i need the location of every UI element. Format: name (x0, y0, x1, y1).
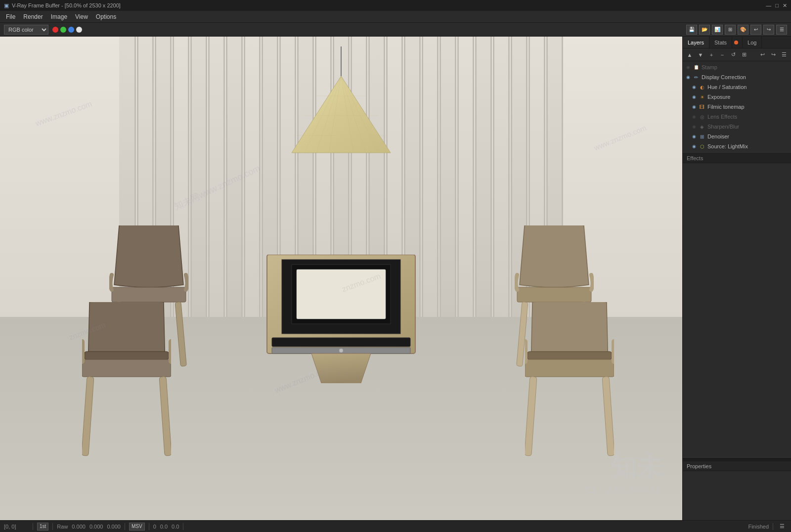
chair-front-right (525, 302, 614, 472)
tab-log[interactable]: Log (743, 37, 762, 48)
layer-dn-icon: ⊞ (699, 133, 705, 140)
save-as-icon[interactable]: 📂 (699, 25, 710, 35)
svg-rect-22 (82, 377, 94, 456)
right-panel: Layers Stats Log ▲ ▼ + − ↺ ⊞ ↩ ↪ ☰ (682, 37, 791, 520)
svg-rect-28 (525, 359, 614, 377)
layer-stamp-eye[interactable]: ◉ (685, 64, 692, 71)
msv-dropdown[interactable]: MSV (129, 523, 145, 531)
layer-hs-name: Hue / Saturation (707, 84, 747, 90)
menu-file[interactable]: File (2, 12, 19, 21)
val-g: 0.000 (89, 524, 103, 530)
layer-move-up-icon[interactable]: ▲ (685, 50, 695, 60)
effects-label: Effects (687, 155, 703, 161)
tab-layers[interactable]: Layers (683, 37, 709, 48)
panel-toolbar: ▲ ▼ + − ↺ ⊞ ↩ ↪ ☰ (683, 48, 791, 61)
viewport: www.znzmo.com 知未网www.znzmo.com znzmo.com… (0, 37, 682, 520)
red-channel-dot[interactable] (52, 27, 58, 33)
statusbar-menu-icon[interactable]: ☰ (777, 522, 787, 532)
layer-hs-eye[interactable]: ◉ (691, 84, 698, 90)
close-button[interactable]: ✕ (783, 2, 787, 9)
svg-rect-13 (297, 269, 386, 319)
status-dot (734, 41, 738, 44)
layer-move-down-icon[interactable]: ▼ (696, 50, 705, 60)
lamp (287, 46, 396, 155)
val-b: 0.000 (107, 524, 121, 530)
svg-rect-30 (602, 377, 614, 456)
layer-dn-eye[interactable]: ◉ (691, 133, 698, 140)
layer-stamp-icon: 📋 (693, 64, 700, 71)
tab-stats[interactable]: Stats (709, 37, 732, 48)
svg-rect-29 (525, 377, 537, 456)
panel-list-icon[interactable]: ☰ (779, 50, 789, 60)
brand-chinese: 知未 (584, 450, 661, 485)
layer-exposure[interactable]: ◉ ☀ Exposure (683, 92, 791, 102)
redo-icon[interactable]: ↪ (763, 25, 774, 35)
layer-lm-eye[interactable]: ◉ (691, 143, 698, 150)
extra-val-2: 0.0 (160, 524, 168, 530)
properties-header: Properties (683, 461, 791, 471)
layer-le-name: Lens Effects (707, 114, 737, 120)
statusbar: [0, 0] 1st Raw 0.000 0.000 0.000 MSV 0 0… (0, 520, 791, 532)
layer-reset-icon[interactable]: ↺ (728, 50, 738, 60)
layer-lm-icon: ⬡ (699, 143, 705, 150)
green-channel-dot[interactable] (60, 27, 66, 33)
layer-fm-icon: 🎞 (699, 103, 705, 110)
layer-denoiser[interactable]: ◉ ⊞ Denoiser (683, 132, 791, 141)
layer-sb-name: Sharpen/Blur (707, 124, 739, 130)
extra-val-3: 0.0 (172, 524, 179, 530)
layer-lens[interactable]: ◉ ◎ Lens Effects (683, 112, 791, 122)
correct-icon[interactable]: 🎨 (738, 25, 748, 35)
layer-exp-eye[interactable]: ◉ (691, 93, 698, 100)
render-output: www.znzmo.com 知未网www.znzmo.com znzmo.com… (0, 37, 682, 520)
svg-marker-0 (292, 76, 391, 153)
render-status: Finished (748, 524, 769, 530)
alpha-channel-dot[interactable] (76, 27, 82, 33)
svg-point-16 (339, 349, 343, 353)
layer-lm-name: Source: LightMix (707, 143, 748, 149)
svg-rect-19 (175, 302, 186, 366)
menu-options[interactable]: Options (92, 12, 120, 21)
channel-selector[interactable]: RGB color Alpha Luminance (4, 25, 48, 35)
svg-rect-17 (112, 287, 186, 302)
layer-delete-icon[interactable]: − (717, 50, 727, 60)
layer-fm-eye[interactable]: ◉ (691, 103, 698, 110)
blue-channel-dot[interactable] (68, 27, 74, 33)
panel-tabs: Layers Stats Log (683, 37, 791, 48)
layer-exp-icon: ☀ (699, 93, 705, 100)
layer-lightmix[interactable]: ◉ ⬡ Source: LightMix (683, 141, 791, 151)
layer-add-icon[interactable]: + (706, 50, 716, 60)
layer-display-correction[interactable]: ◉ ✏ Display Correction (683, 72, 791, 82)
layer-sb-eye[interactable]: ◉ (691, 123, 698, 130)
svg-rect-14 (272, 338, 410, 347)
panel-undo-icon[interactable]: ↩ (757, 50, 767, 60)
status-divider-3 (125, 523, 125, 530)
settings-icon[interactable]: ☰ (776, 25, 787, 35)
channels-icon[interactable]: 📊 (712, 25, 723, 35)
undo-icon[interactable]: ↩ (750, 25, 761, 35)
layer-le-eye[interactable]: ◉ (691, 113, 698, 120)
layer-filmic[interactable]: ◉ 🎞 Filmic tonemap (683, 102, 791, 112)
layer-sharpen[interactable]: ◉ ◈ Sharpen/Blur (683, 122, 791, 132)
layers-list: ◉ 📋 Stamp ◉ ✏ Display Correction ◉ ◐ Hue… (683, 61, 791, 458)
maximize-button[interactable]: □ (775, 2, 779, 9)
minimize-button[interactable]: — (766, 2, 771, 9)
panel-redo-icon[interactable]: ↪ (768, 50, 778, 60)
compare-icon[interactable]: ⊞ (725, 25, 736, 35)
layer-dc-eye[interactable]: ◉ (685, 74, 692, 81)
menu-render[interactable]: Render (19, 12, 46, 21)
save-icon[interactable]: 💾 (686, 25, 697, 35)
svg-rect-21 (82, 359, 171, 377)
layer-le-icon: ◎ (699, 113, 705, 120)
layer-hue-sat[interactable]: ◉ ◐ Hue / Saturation (683, 82, 791, 92)
lamp-shade-svg (287, 76, 396, 155)
channel-1st-btn[interactable]: 1st (37, 523, 48, 531)
menu-view[interactable]: View (71, 12, 92, 21)
layer-stamp[interactable]: ◉ 📋 Stamp (683, 62, 791, 72)
svg-rect-23 (159, 377, 171, 456)
status-divider-6 (773, 523, 773, 530)
svg-rect-24 (517, 287, 591, 302)
menu-image[interactable]: Image (47, 12, 71, 21)
brand-id: ID: 1153604436 (584, 485, 661, 496)
layer-import-icon[interactable]: ⊞ (739, 50, 749, 60)
val-r: 0.000 (72, 524, 86, 530)
